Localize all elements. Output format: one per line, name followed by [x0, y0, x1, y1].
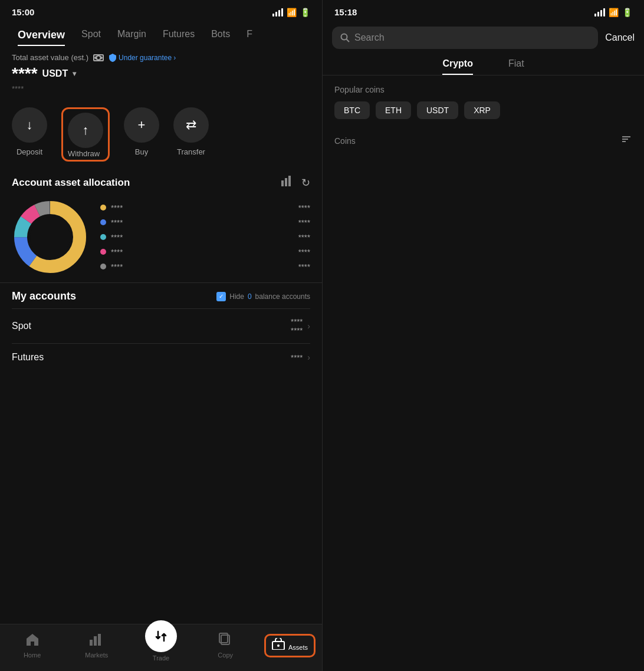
- account-right-futures: **** ›: [291, 353, 310, 362]
- svg-point-17: [341, 34, 347, 40]
- asset-currency: USDT: [42, 68, 68, 79]
- nav-trade[interactable]: Trade: [129, 620, 193, 662]
- account-values-futures: ****: [291, 353, 303, 362]
- assets-icon: [272, 638, 288, 653]
- trade-center-button[interactable]: [145, 620, 177, 652]
- asset-value-row: **** USDT ▾: [12, 64, 310, 83]
- nav-assets[interactable]: Assets: [258, 634, 322, 657]
- balance-count: 0: [248, 292, 252, 301]
- tab-futures[interactable]: Futures: [155, 24, 203, 46]
- coin-btc[interactable]: BTC: [334, 101, 370, 119]
- cancel-button[interactable]: Cancel: [605, 32, 635, 43]
- coin-eth[interactable]: ETH: [376, 101, 411, 119]
- account-row-spot[interactable]: Spot **** **** ›: [12, 308, 310, 343]
- coin-xrp[interactable]: XRP: [464, 101, 500, 119]
- nav-markets[interactable]: Markets: [64, 633, 129, 659]
- balance-label: balance accounts: [255, 292, 310, 301]
- svg-rect-10: [90, 640, 93, 646]
- right-panel: 15:18 📶 🔋 Search Cancel Crypto Fiat Popu…: [322, 0, 644, 671]
- copy-icon: [219, 633, 232, 649]
- asset-label-text: Total asset value (est.): [12, 53, 88, 62]
- tab-bots[interactable]: Bots: [203, 24, 238, 46]
- allocation-icons: ↻: [281, 176, 310, 189]
- asset-section: Total asset value (est.) Under guarantee…: [0, 46, 322, 98]
- my-accounts-section: My accounts ✓ Hide 0 balance accounts Sp…: [0, 282, 322, 376]
- nav-copy[interactable]: Copy: [193, 633, 258, 659]
- allocation-title: Account asset allocation: [12, 177, 130, 189]
- buy-label: Buy: [135, 147, 148, 156]
- home-icon: [25, 633, 40, 649]
- tab-fiat[interactable]: Fiat: [508, 58, 524, 75]
- spot-val2: ****: [291, 326, 303, 335]
- allocation-content: **** **** **** **** **** **** **** **** …: [12, 199, 310, 275]
- withdraw-label: Withdraw: [68, 149, 100, 158]
- coins-header: Coins: [323, 129, 644, 153]
- wifi-icon-right: 📶: [609, 8, 619, 17]
- signal-icon: [272, 8, 283, 17]
- svg-point-16: [277, 644, 280, 647]
- allocation-section: Account asset allocation ↻: [0, 171, 322, 282]
- legend-item-3: **** ****: [100, 233, 310, 242]
- hide-balance-toggle[interactable]: ✓ Hide 0 balance accounts: [216, 292, 310, 301]
- crypto-fiat-tabs: Crypto Fiat: [323, 54, 644, 75]
- svg-rect-0: [281, 180, 284, 186]
- battery-icon: 🔋: [300, 8, 310, 17]
- asset-label-row: Total asset value (est.) Under guarantee…: [12, 53, 310, 62]
- bottom-nav: Home Markets Trade Copy Asset: [0, 624, 322, 671]
- status-bar-right: 15:18 📶 🔋: [323, 0, 644, 22]
- search-input-container[interactable]: Search: [332, 27, 598, 49]
- asset-masked-value: ****: [12, 64, 38, 83]
- svg-rect-1: [285, 178, 287, 186]
- guarantee-badge[interactable]: Under guarantee ›: [109, 54, 176, 62]
- nav-home[interactable]: Home: [0, 633, 64, 659]
- bar-chart-icon[interactable]: [281, 176, 293, 189]
- donut-chart: [12, 199, 88, 275]
- coins-label: Coins: [334, 136, 356, 146]
- status-icons-right: 📶 🔋: [594, 8, 632, 17]
- spot-val1: ****: [291, 317, 303, 326]
- svg-rect-2: [288, 176, 291, 186]
- account-name-spot: Spot: [12, 321, 31, 331]
- tab-overview[interactable]: Overview: [9, 24, 73, 46]
- svg-rect-12: [98, 634, 101, 646]
- coin-usdt[interactable]: USDT: [417, 101, 458, 119]
- buy-button[interactable]: + Buy: [124, 107, 159, 156]
- svg-point-9: [30, 217, 70, 257]
- svg-rect-11: [94, 636, 97, 646]
- tab-spot[interactable]: Spot: [73, 24, 109, 46]
- futures-chevron-icon: ›: [307, 353, 310, 362]
- legend-item-2: **** ****: [100, 218, 310, 227]
- spot-chevron-icon: ›: [307, 321, 310, 331]
- action-buttons-row: ↓ Deposit ↑ Withdraw + Buy ⇄ Transfer: [0, 98, 322, 171]
- refresh-icon[interactable]: ↻: [301, 176, 310, 189]
- hide-value-icon[interactable]: [93, 54, 104, 61]
- status-icons-left: 📶 🔋: [272, 8, 310, 17]
- withdraw-button[interactable]: ↑ Withdraw: [61, 107, 110, 162]
- svg-line-18: [347, 40, 350, 42]
- my-accounts-header: My accounts ✓ Hide 0 balance accounts: [12, 290, 310, 302]
- currency-dropdown[interactable]: ▾: [73, 70, 76, 78]
- signal-icon-right: [594, 8, 605, 17]
- account-row-futures[interactable]: Futures **** ›: [12, 343, 310, 371]
- account-right-spot: **** **** ›: [291, 317, 310, 335]
- futures-val1: ****: [291, 353, 303, 362]
- popular-coins-section: Popular coins BTC ETH USDT XRP: [323, 75, 644, 129]
- checkbox-icon: ✓: [216, 292, 226, 301]
- search-bar-row: Search Cancel: [323, 22, 644, 54]
- allocation-header: Account asset allocation ↻: [12, 176, 310, 189]
- transfer-button[interactable]: ⇄ Transfer: [173, 107, 209, 156]
- withdraw-icon-circle: ↑: [68, 113, 103, 148]
- account-values-spot: **** ****: [291, 317, 303, 335]
- sort-icon[interactable]: [620, 133, 632, 148]
- allocation-legend: **** **** **** **** **** **** **** **** …: [100, 203, 310, 271]
- deposit-button[interactable]: ↓ Deposit: [12, 107, 47, 156]
- legend-item-5: **** ****: [100, 262, 310, 271]
- tab-more[interactable]: F: [238, 24, 261, 46]
- time-right: 15:18: [334, 7, 357, 17]
- tab-crypto[interactable]: Crypto: [442, 58, 473, 75]
- legend-item-1: **** ****: [100, 203, 310, 212]
- my-accounts-title: My accounts: [12, 290, 76, 302]
- tab-margin[interactable]: Margin: [109, 24, 155, 46]
- left-panel: 15:00 📶 🔋 Overview Spot Margin Futures B…: [0, 0, 322, 671]
- deposit-label: Deposit: [17, 147, 42, 156]
